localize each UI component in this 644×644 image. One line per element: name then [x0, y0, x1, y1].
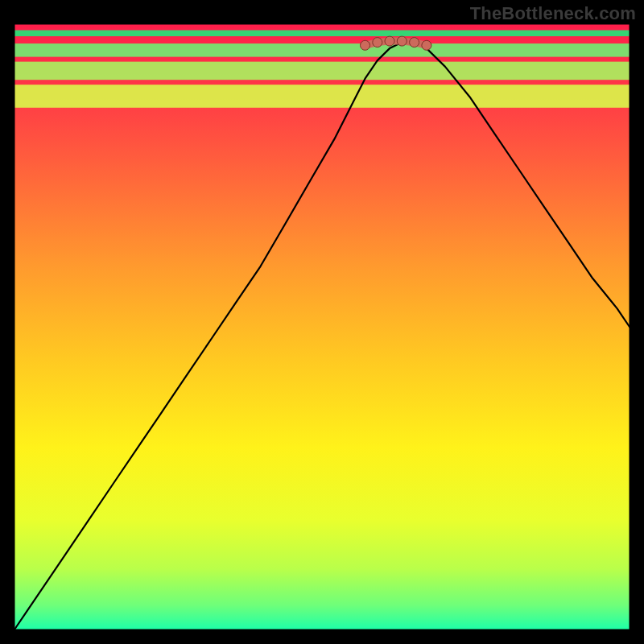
- green-band-3: [14, 85, 630, 108]
- optimal-marker-5: [422, 40, 431, 50]
- green-band-0: [14, 31, 630, 37]
- chart-background: [14, 24, 630, 630]
- optimal-marker-3: [397, 36, 407, 46]
- optimal-marker-2: [385, 36, 394, 46]
- optimal-marker-0: [361, 40, 370, 50]
- chart-stage: TheBottleneck.com: [0, 0, 644, 644]
- green-band-1: [14, 43, 630, 57]
- chart-canvas: [0, 0, 644, 644]
- optimal-marker-4: [410, 38, 419, 47]
- green-band-2: [14, 62, 630, 80]
- watermark-text: TheBottleneck.com: [470, 3, 636, 24]
- optimal-marker-1: [373, 38, 382, 47]
